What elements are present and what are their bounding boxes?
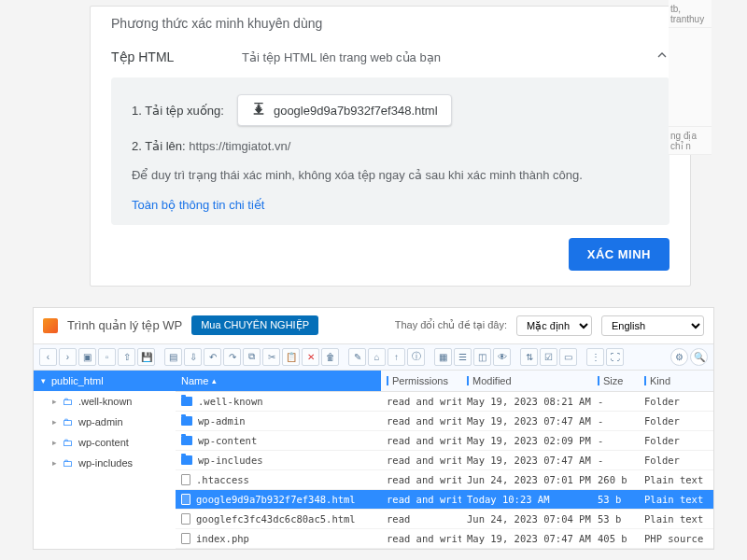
open-icon[interactable]: ▤ — [164, 348, 182, 366]
keep-note: Để duy trì trạng thái xác minh, không xó… — [132, 166, 649, 185]
download-button[interactable]: google9d9a7b932f7ef348.html — [237, 94, 452, 126]
col-size[interactable]: Size — [592, 371, 639, 391]
fm-header: Trình quản lý tệp WP Mua CHUYÊN NGHIỆP T… — [34, 308, 713, 343]
sort-icon[interactable]: ⇅ — [520, 348, 538, 366]
download-icon — [251, 103, 266, 118]
step1-label: 1. Tải tệp xuống: — [132, 104, 224, 118]
tree-expand-icon: ▸ — [52, 417, 57, 427]
grid-icon[interactable]: ▦ — [434, 348, 452, 366]
trash-icon[interactable]: 🗑 — [321, 348, 339, 366]
method-title: Tệp HTML — [111, 49, 242, 64]
fm-title: Trình quản lý tệp WP — [67, 318, 182, 332]
up-icon[interactable]: ↑ — [388, 348, 405, 366]
verification-card: Phương thức xác minh khuyên dùng Tệp HTM… — [90, 6, 691, 287]
theme-label: Thay đổi chủ đề tại đây: — [395, 319, 507, 331]
folder-icon: 🗀 — [63, 437, 73, 448]
settings-icon[interactable]: ⚙ — [670, 348, 688, 366]
tree-expand-icon: ▸ — [52, 438, 57, 447]
side-truncated-panel: tb, tranthuy ng địa chỉ n — [669, 0, 712, 287]
new-file-icon[interactable]: ▫ — [98, 348, 116, 366]
forward-icon[interactable]: › — [59, 348, 77, 366]
full-details-link[interactable]: Toàn bộ thông tin chi tiết — [132, 198, 649, 212]
fullscreen-icon[interactable]: ⛶ — [606, 348, 624, 366]
folder-icon — [181, 436, 192, 445]
upload-url-link[interactable]: https://timgiatot.vn/ — [189, 139, 290, 153]
chevron-up-icon — [655, 48, 669, 66]
file-table: Name ▴ Permissions Modified Size Kind .w… — [176, 371, 713, 549]
file-icon — [181, 474, 190, 485]
delete-icon[interactable]: ✕ — [302, 348, 319, 366]
table-row[interactable]: google9d9a7b932f7ef348.htmlread and writ… — [176, 490, 713, 510]
folder-icon — [181, 416, 192, 426]
tree-root[interactable]: ▾ public_html — [34, 371, 176, 391]
tree-item[interactable]: ▸🗀.well-known — [34, 391, 176, 412]
new-folder-icon[interactable]: ▣ — [78, 348, 96, 366]
table-row[interactable]: googlefc3fc43dc6c80ac5.htmlreadJun 24, 2… — [176, 510, 713, 529]
method-row[interactable]: Tệp HTML Tải tệp HTML lên trang web của … — [111, 48, 669, 66]
file-manager: Trình quản lý tệp WP Mua CHUYÊN NGHIỆP T… — [33, 307, 714, 550]
method-subtitle: Tải tệp HTML lên trang web của bạn — [242, 50, 655, 64]
col-permissions[interactable]: Permissions — [381, 371, 461, 391]
file-icon — [181, 513, 190, 525]
download-filename: google9d9a7b932f7ef348.html — [274, 104, 438, 118]
tree-item[interactable]: ▸🗀wp-content — [34, 432, 176, 453]
paste-icon[interactable]: 📋 — [282, 348, 300, 366]
folder-icon: 🗀 — [63, 457, 73, 469]
folder-icon — [181, 397, 192, 406]
table-row[interactable]: .well-knownread and writeMay 19, 2023 08… — [176, 392, 713, 412]
tree-expand-icon: ▸ — [52, 458, 57, 468]
col-modified[interactable]: Modified — [461, 371, 592, 391]
table-row[interactable]: wp-includesread and writeMay 19, 2023 07… — [176, 451, 713, 470]
table-row[interactable]: wp-contentread and writeMay 19, 2023 02:… — [176, 431, 713, 451]
file-icon — [181, 533, 190, 544]
fm-logo-icon — [43, 318, 58, 333]
search-icon[interactable]: 🔍 — [690, 348, 708, 366]
table-header: Name ▴ Permissions Modified Size Kind — [176, 371, 713, 392]
folder-icon: 🗀 — [63, 396, 73, 407]
cut-icon[interactable]: ✂ — [262, 348, 280, 366]
table-row[interactable]: index.phpread and writeMay 19, 2023 07:4… — [176, 529, 713, 549]
upload-icon[interactable]: ⇧ — [118, 348, 135, 366]
tree-item[interactable]: ▸🗀wp-includes — [34, 453, 176, 473]
back-icon[interactable]: ‹ — [39, 348, 57, 366]
download-tb-icon[interactable]: ⇩ — [184, 348, 202, 366]
folder-tree: ▾ public_html ▸🗀.well-known▸🗀wp-admin▸🗀w… — [34, 371, 176, 549]
list-icon[interactable]: ☰ — [454, 348, 472, 366]
col-kind[interactable]: Kind — [639, 371, 713, 391]
tree-item[interactable]: ▸🗀wp-admin — [34, 412, 176, 432]
verify-button[interactable]: XÁC MINH — [569, 238, 669, 271]
table-row[interactable]: wp-adminread and writeMay 19, 2023 07:47… — [176, 412, 713, 431]
preview-icon[interactable]: 👁 — [493, 348, 511, 366]
columns-icon[interactable]: ◫ — [473, 348, 491, 366]
col-name[interactable]: Name ▴ — [176, 371, 381, 391]
steps-panel: 1. Tải tệp xuống: google9d9a7b932f7ef348… — [111, 77, 669, 225]
card-heading: Phương thức xác minh khuyên dùng — [111, 16, 669, 31]
more1-icon[interactable]: ⋮ — [586, 348, 604, 366]
info-icon[interactable]: ⓘ — [407, 348, 425, 366]
rename-icon[interactable]: ✎ — [348, 348, 366, 366]
folder-icon: 🗀 — [63, 416, 73, 427]
theme-select[interactable]: Mặc định — [516, 315, 592, 336]
table-row[interactable]: .htaccessread and writeJun 24, 2023 07:0… — [176, 470, 713, 490]
tree-expand-icon: ▸ — [52, 397, 57, 406]
fm-toolbar: ‹ › ▣ ▫ ⇧ 💾 ▤ ⇩ ↶ ↷ ⧉ ✂ 📋 ✕ 🗑 ✎ ⌂ ↑ ⓘ ▦ … — [34, 343, 713, 370]
buy-pro-button[interactable]: Mua CHUYÊN NGHIỆP — [191, 315, 318, 335]
home-icon[interactable]: ⌂ — [368, 348, 386, 366]
redo-icon[interactable]: ↷ — [223, 348, 241, 366]
file-icon — [181, 494, 190, 505]
tree-collapse-icon: ▾ — [41, 376, 46, 385]
folder-icon — [181, 455, 192, 465]
undo-icon[interactable]: ↶ — [204, 348, 221, 366]
select-all-icon[interactable]: ☑ — [540, 348, 557, 366]
window-icon[interactable]: ▭ — [559, 348, 577, 366]
step2-prefix: 2. Tải lên: — [132, 139, 189, 153]
language-select[interactable]: English — [601, 315, 704, 336]
copy-icon[interactable]: ⧉ — [243, 348, 261, 366]
save-icon[interactable]: 💾 — [137, 348, 155, 366]
